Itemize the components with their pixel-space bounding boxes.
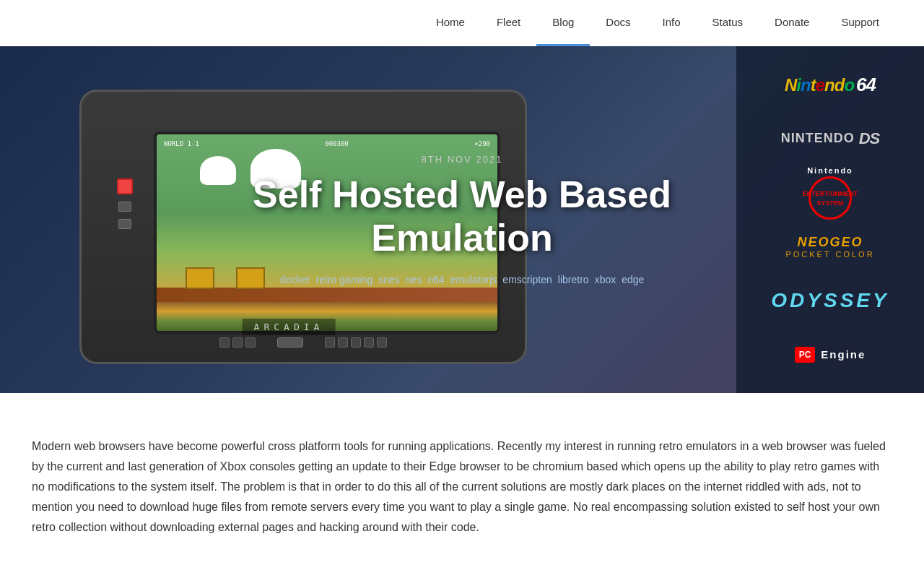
logo-nes: Nintendo ENTERTAINMENT SYSTEM: [758, 171, 902, 215]
hero-tags: docker retro gaming snes nes n64 emulato…: [280, 274, 645, 285]
nav-info[interactable]: Info: [647, 0, 697, 46]
nav-docs[interactable]: Docs: [590, 0, 646, 46]
tag-edge[interactable]: edge: [622, 274, 644, 285]
nav-status[interactable]: Status: [697, 0, 759, 46]
nav-support[interactable]: Support: [825, 0, 895, 46]
article-body: Modern web browsers have become powerful…: [32, 436, 892, 538]
tag-snes[interactable]: snes: [378, 274, 400, 285]
tag-retrogaming[interactable]: retro gaming: [316, 274, 373, 285]
tag-nes[interactable]: nes: [406, 274, 422, 285]
tag-xbox[interactable]: xbox: [595, 274, 616, 285]
hero-sidebar-logos: Nintendo64 NINTENDO DS Nintendo ENTERTAI…: [736, 46, 924, 393]
nav-blog[interactable]: Blog: [536, 0, 590, 46]
main-content: Modern web browsers have become powerful…: [14, 393, 910, 566]
logo-odyssey: ODYSSEY: [758, 279, 902, 322]
tag-docker[interactable]: docker: [280, 274, 310, 285]
hero-date: 8TH NOV 2021: [422, 154, 503, 165]
nav-donate[interactable]: Donate: [759, 0, 825, 46]
logo-nintendo64: Nintendo64: [758, 63, 902, 106]
nav-fleet[interactable]: Fleet: [481, 0, 536, 46]
hero-title: Self Hosted Web Based Emulation: [245, 173, 679, 260]
logo-pcengine: PC Engine: [758, 333, 902, 376]
main-nav: Home Fleet Blog Docs Info Status Donate …: [0, 0, 924, 46]
logo-nintendo-ds: NINTENDO DS: [758, 117, 902, 160]
hero-section: WORLD 1-1000300×290: [0, 46, 924, 393]
tag-emscripten[interactable]: emscripten: [502, 274, 552, 285]
tag-n64[interactable]: n64: [427, 274, 444, 285]
nav-home[interactable]: Home: [420, 0, 481, 46]
tag-emulatorjs[interactable]: emulatorjs: [450, 274, 497, 285]
logo-neogeo: NEOGEO POCKET COLOR: [758, 225, 902, 268]
tag-libretro[interactable]: libretro: [558, 274, 589, 285]
